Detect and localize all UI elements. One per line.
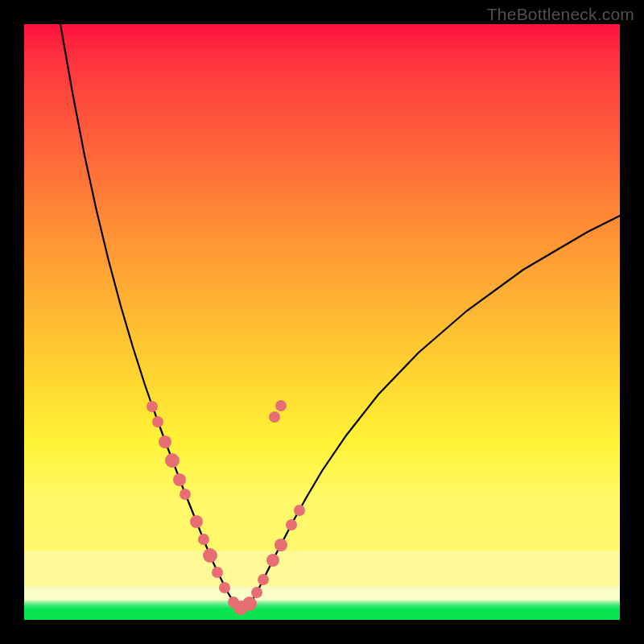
data-point bbox=[147, 401, 158, 412]
data-point bbox=[294, 505, 305, 516]
data-point bbox=[180, 489, 191, 500]
data-point bbox=[198, 534, 209, 545]
data-point bbox=[203, 548, 217, 563]
data-point bbox=[165, 453, 180, 468]
chart-container: TheBottleneck.com bbox=[0, 0, 644, 644]
data-point bbox=[258, 574, 269, 585]
attribution-label: TheBottleneck.com bbox=[487, 5, 634, 24]
bottleneck-curve-plot bbox=[24, 24, 620, 620]
plot-area bbox=[24, 24, 620, 620]
data-point bbox=[266, 554, 279, 567]
data-point bbox=[242, 597, 257, 611]
curve-left-branch bbox=[60, 24, 225, 588]
data-point bbox=[219, 582, 230, 593]
data-point bbox=[269, 411, 280, 423]
data-point bbox=[275, 400, 287, 411]
data-point bbox=[173, 473, 186, 486]
curve-right-branch bbox=[259, 216, 620, 588]
data-points bbox=[147, 400, 305, 615]
data-point bbox=[212, 567, 223, 578]
data-point bbox=[159, 436, 171, 448]
data-point bbox=[286, 519, 297, 530]
data-point bbox=[152, 416, 163, 427]
data-point bbox=[275, 539, 287, 551]
data-point bbox=[190, 515, 203, 528]
data-point bbox=[251, 587, 262, 598]
